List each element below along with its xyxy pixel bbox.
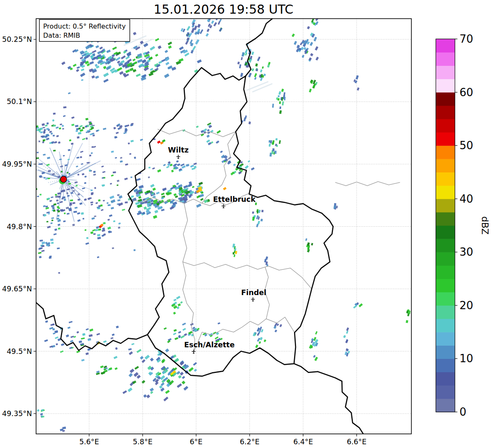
echo-cells-layer [32, 13, 411, 432]
colorbar-segment [436, 79, 455, 92]
colorbar-segment [436, 372, 455, 386]
info-box: Product: 0.5° Reflectivity Data: RMIB [39, 19, 130, 41]
country-border [294, 364, 364, 435]
colorbar-tick-label: 40 [459, 193, 473, 205]
y-tick-label: 49.95°N [2, 160, 32, 168]
colorbar-segment [436, 159, 455, 172]
city-marker-group: Wiltz [168, 146, 189, 159]
colorbar-segment [436, 399, 455, 412]
colorbar-segment [436, 39, 455, 53]
city-label: Wiltz [168, 146, 189, 154]
colorbar-segment [436, 319, 455, 332]
colorbar-segment [436, 305, 455, 319]
colorbar-segment [436, 52, 455, 66]
echo-cluster [171, 296, 183, 315]
colorbar-segment [436, 345, 455, 359]
y-tick-label: 50.25°N [2, 35, 32, 44]
country-border-layer [36, 17, 400, 434]
colorbar-segment [436, 132, 455, 146]
colorbar-segment [436, 106, 455, 119]
echo-cluster [60, 426, 66, 432]
echo-cluster [96, 366, 117, 375]
colorbar-segment [436, 92, 455, 106]
x-tick-label: 6.2°E [240, 438, 260, 446]
colorbar: 010203040506070 [436, 33, 473, 418]
page-title: 15.01.2026 19:58 UTC [154, 2, 294, 17]
colorbar-tick-label: 10 [459, 352, 473, 365]
echo-cluster [181, 15, 210, 54]
country-border [128, 68, 333, 376]
y-tick-label: 49.5°N [7, 347, 32, 356]
colorbar-segment [436, 212, 455, 226]
y-tick-label: 50.1°N [7, 97, 32, 106]
city-plus-marker [176, 155, 180, 158]
colorbar-segment [436, 265, 455, 279]
echo-cluster [251, 58, 270, 81]
x-tick-label: 6.6°E [347, 438, 367, 446]
echo-cluster [32, 79, 156, 274]
colorbar-segment [436, 65, 455, 79]
colorbar-segment [436, 292, 455, 306]
echo-cluster [45, 320, 58, 333]
city-marker-group: Findel [241, 288, 267, 301]
echo-cluster [343, 327, 350, 356]
echo-cluster [109, 178, 210, 219]
y-tick-label: 49.35°N [2, 409, 32, 418]
echo-cluster [113, 123, 134, 138]
colorbar-tick-label: 30 [459, 246, 473, 258]
echo-cluster [264, 257, 268, 267]
country-border [246, 17, 275, 76]
echo-cluster [253, 327, 266, 348]
colorbar-segment [436, 119, 455, 133]
city-plus-marker [192, 349, 195, 353]
colorbar-tick-label: 0 [459, 406, 467, 418]
colorbar-segment [436, 199, 455, 213]
echo-cluster [35, 119, 62, 144]
echo-cluster [152, 160, 197, 172]
colorbar-tick-label: 60 [459, 86, 473, 99]
echo-cluster [38, 239, 54, 259]
ghost-echo-streak [247, 82, 268, 90]
colorbar-segment [436, 186, 455, 199]
colorbar-segment [436, 385, 455, 399]
colorbar-segment [436, 358, 455, 372]
city-label: Esch/Alzette [184, 341, 235, 349]
echo-cluster [305, 238, 313, 252]
echo-cluster [292, 26, 319, 62]
colorbar-unit-label: dBZ [480, 216, 490, 235]
echo-cluster [220, 150, 231, 162]
colorbar-segment [436, 172, 455, 186]
colorbar-segment [436, 225, 455, 239]
reflectivity-map: 15.01.2026 19:58 UTC WiltzEttelbruckFind… [0, 0, 491, 448]
echo-cluster [43, 189, 93, 230]
internal-border [158, 129, 236, 137]
colorbar-segment [436, 252, 455, 266]
radar-spoke-layer [18, 143, 101, 222]
echo-cluster [122, 340, 197, 401]
ghost-echo-streak [253, 84, 272, 92]
colorbar-tick-label: 20 [459, 299, 473, 312]
country-border [36, 302, 148, 350]
echo-cell-intense [157, 140, 161, 144]
echo-cluster [252, 203, 264, 228]
city-label: Findel [241, 288, 267, 297]
city-label: Ettelbruck [213, 195, 256, 203]
x-tick-label: 5.8°E [133, 438, 153, 446]
city-marker-group: Esch/Alzette [184, 341, 235, 354]
colorbar-segment [436, 332, 455, 346]
echo-cluster [269, 138, 281, 157]
colorbar-segment [436, 145, 455, 159]
echo-cluster [37, 409, 45, 418]
info-product-line: Product: 0.5° Reflectivity [43, 22, 126, 30]
echo-cluster [353, 75, 359, 90]
colorbar-tick-label: 50 [459, 139, 473, 152]
echo-cluster [309, 331, 318, 361]
city-plus-marker [251, 297, 255, 301]
echo-cluster [309, 80, 318, 92]
colorbar-segment [436, 239, 455, 252]
y-tick-label: 49.65°N [2, 285, 32, 293]
radar-map-screenshot: 15.01.2026 19:58 UTC WiltzEttelbruckFind… [0, 0, 491, 448]
x-tick-label: 5.6°E [79, 438, 99, 446]
x-tick-label: 6°E [190, 438, 202, 446]
internal-border [183, 262, 312, 289]
